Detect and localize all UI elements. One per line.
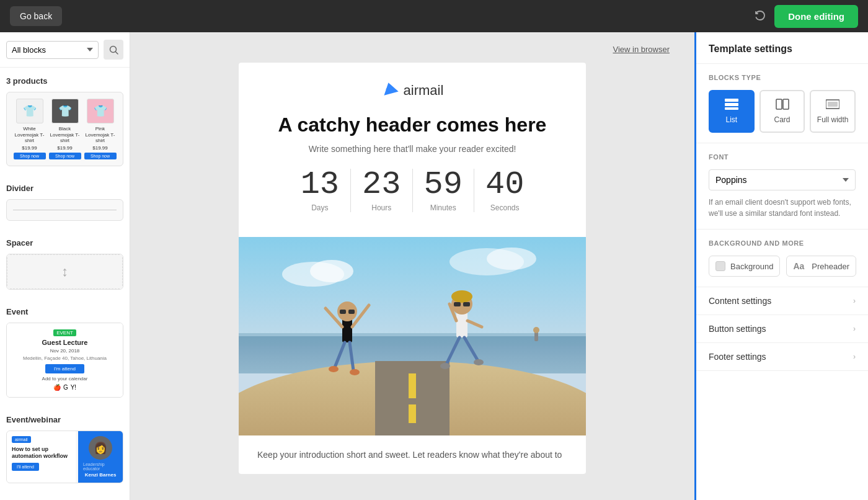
- product-price-1: $19.99: [22, 145, 37, 151]
- svg-point-35: [533, 327, 539, 333]
- countdown-minutes-label: Minutes: [430, 203, 456, 212]
- sidebar-search-bar: All blocks Products Divider Spacer Event: [0, 32, 130, 68]
- button-settings-accordion[interactable]: Button settings ›: [696, 315, 868, 343]
- spacer-block-card[interactable]: ↕: [6, 254, 123, 290]
- speaker-name: Kenzi Barnes: [85, 472, 117, 478]
- email-subtext[interactable]: Write something here that'll make your r…: [257, 144, 567, 154]
- svg-rect-39: [776, 99, 782, 109]
- product-btn-2[interactable]: Shop now: [49, 153, 81, 159]
- ew-left: airmail How to set up automation workflo…: [7, 431, 76, 483]
- brand-logo-icon: [381, 80, 399, 101]
- svg-rect-8: [239, 333, 586, 346]
- countdown-timer: 13 Days 23 Hours 59 Minutes 40 Seconds: [257, 169, 567, 212]
- view-in-browser-link[interactable]: View in browser: [613, 45, 670, 54]
- countdown-hours-label: Hours: [371, 203, 391, 212]
- button-settings-arrow-icon: ›: [853, 324, 856, 333]
- email-headline[interactable]: A catchy header comes here: [257, 114, 567, 136]
- svg-rect-12: [409, 404, 416, 423]
- product-btn-3[interactable]: Shop now: [84, 153, 117, 159]
- product-name-2: Black Lovemojak T-shirt: [49, 126, 81, 144]
- background-color-swatch: [715, 261, 725, 271]
- countdown-seconds-label: Seconds: [490, 203, 520, 212]
- event-title: Guest Lecture: [13, 339, 117, 346]
- ew-right: 👩 Leadership educator Kenzi Barnes: [78, 431, 123, 483]
- svg-rect-34: [534, 332, 538, 341]
- ew-attend-button[interactable]: I'll attend: [12, 463, 39, 471]
- products-section: 3 products 👕 White Lovemojak T-shirt $19…: [0, 68, 130, 175]
- svg-rect-23: [456, 311, 467, 337]
- speaker-avatar: 👩: [89, 436, 112, 460]
- canvas-area: View in browser airmail A catchy header …: [130, 32, 694, 500]
- brand-name-text: airmail: [404, 83, 444, 99]
- countdown-hours-value: 23: [362, 169, 401, 201]
- svg-rect-40: [783, 99, 789, 109]
- countdown-minutes-value: 59: [424, 169, 463, 201]
- divider-section: Divider: [0, 175, 130, 230]
- svg-rect-15: [340, 310, 346, 314]
- countdown-days-value: 13: [301, 169, 339, 201]
- product-name-1: White Lovemojak T-shirt: [14, 126, 46, 144]
- countdown-minutes: 59 Minutes: [413, 169, 474, 212]
- product-name-3: Pink Lovemojak T-shirt: [84, 126, 117, 144]
- event-location: Medellin, Façade 40, Tahoe, Lithuania: [13, 355, 117, 361]
- yahoo-calendar-icon: Y!: [71, 384, 76, 391]
- svg-line-1: [115, 51, 118, 54]
- done-editing-button[interactable]: Done editing: [774, 5, 858, 28]
- spacer-section: Spacer ↕: [0, 230, 130, 298]
- font-section-label: FONT: [709, 153, 856, 161]
- email-body-text[interactable]: Keep your introduction short and sweet. …: [239, 435, 586, 474]
- event-date: Nov 20, 2018: [13, 348, 117, 354]
- svg-rect-16: [348, 310, 355, 314]
- eventwebinar-section: Event/webinar airmail How to set up auto…: [0, 406, 130, 492]
- eventwebinar-preview: airmail How to set up automation workflo…: [7, 431, 123, 483]
- svg-point-4: [310, 260, 353, 282]
- svg-rect-11: [409, 373, 416, 398]
- search-button[interactable]: [104, 40, 123, 60]
- event-register-button[interactable]: I'm attend: [45, 364, 84, 373]
- divider-preview: [7, 200, 123, 220]
- bg-more-row: Background Aa Preheader: [709, 256, 856, 277]
- event-section-label: Event: [6, 307, 123, 316]
- eventwebinar-block-card[interactable]: airmail How to set up automation workflo…: [6, 431, 123, 483]
- product-item-3: 👕 Pink Lovemojak T-shirt $19.99 Shop now: [84, 99, 117, 159]
- font-select[interactable]: Poppins Arial Georgia Helvetica Times Ne…: [709, 169, 856, 190]
- background-button[interactable]: Background: [709, 256, 780, 277]
- spacer-section-label: Spacer: [6, 238, 123, 248]
- content-settings-label: Content settings: [709, 296, 771, 306]
- countdown-seconds-value: 40: [485, 169, 524, 201]
- event-calendar-text: Add to your calendar: [13, 376, 117, 382]
- event-block-card[interactable]: EVENT Guest Lecture Nov 20, 2018 Medelli…: [6, 323, 123, 398]
- products-section-label: 3 products: [6, 76, 123, 86]
- event-section: Event EVENT Guest Lecture Nov 20, 2018 M…: [0, 298, 130, 406]
- content-settings-accordion[interactable]: Content settings ›: [696, 287, 868, 315]
- email-canvas: airmail A catchy header comes here Write…: [239, 63, 586, 474]
- blocks-type-row: List Card: [709, 90, 856, 133]
- products-block-card[interactable]: 👕 White Lovemojak T-shirt $19.99 Shop no…: [6, 92, 123, 166]
- product-price-3: $19.99: [92, 145, 107, 151]
- block-type-card-button[interactable]: Card: [760, 90, 805, 133]
- product-btn-1[interactable]: Shop now: [14, 153, 46, 159]
- divider-section-label: Divider: [6, 184, 123, 193]
- svg-rect-36: [725, 99, 738, 102]
- countdown-hours: 23 Hours: [351, 169, 412, 212]
- block-type-list-button[interactable]: List: [709, 90, 755, 133]
- background-section: BACKGROUND AND MORE Background Aa Prehea…: [696, 230, 868, 287]
- preheader-button[interactable]: Aa Preheader: [786, 256, 856, 277]
- product-item-1: 👕 White Lovemojak T-shirt $19.99 Shop no…: [14, 99, 46, 159]
- apple-calendar-icon: 🍎: [53, 384, 61, 391]
- ew-logo: airmail: [12, 436, 31, 443]
- divider-block-card[interactable]: [6, 199, 123, 221]
- footer-settings-accordion[interactable]: Footer settings ›: [696, 343, 868, 371]
- go-back-button[interactable]: Go back: [10, 6, 62, 26]
- undo-button[interactable]: [753, 9, 767, 23]
- email-brand: airmail: [257, 80, 567, 101]
- divider-line: [13, 210, 117, 210]
- main-layout: All blocks Products Divider Spacer Event…: [0, 32, 868, 500]
- blocks-filter-select[interactable]: All blocks Products Divider Spacer Event: [6, 41, 99, 59]
- product-price-2: $19.99: [57, 145, 72, 151]
- email-header: airmail A catchy header comes here Write…: [239, 63, 586, 237]
- svg-point-33: [474, 359, 484, 365]
- block-type-fullwidth-button[interactable]: Full width: [810, 90, 856, 133]
- background-button-label: Background: [730, 262, 773, 271]
- preheader-button-label: Preheader: [812, 262, 849, 271]
